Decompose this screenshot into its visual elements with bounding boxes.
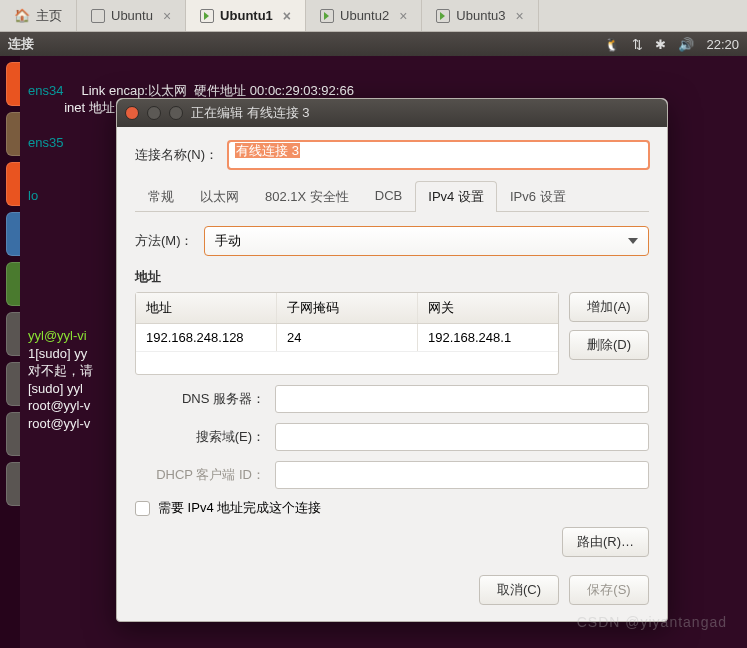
- cell-netmask[interactable]: 24: [277, 324, 418, 351]
- if-name: ens34: [28, 83, 81, 98]
- tab-ubuntu3[interactable]: Ubuntu3 ×: [422, 0, 538, 31]
- tab-8021x[interactable]: 802.1X 安全性: [252, 181, 362, 212]
- vmware-tab-bar: 🏠 主页 Ubuntu × Ubuntu1 × Ubuntu2 × Ubuntu…: [0, 0, 747, 32]
- method-value: 手动: [215, 232, 241, 250]
- routes-button[interactable]: 路由(R)…: [562, 527, 649, 557]
- method-combo[interactable]: 手动: [204, 226, 650, 256]
- term-line: 对不起，请: [28, 363, 93, 378]
- bluetooth-icon[interactable]: ✱: [655, 37, 666, 52]
- col-address[interactable]: 地址: [136, 293, 277, 323]
- tab-ipv4[interactable]: IPv4 设置: [415, 181, 497, 212]
- dhcp-client-label: DHCP 客户端 ID：: [135, 466, 265, 484]
- ubuntu-top-bar: 连接 🐧 ⇅ ✱ 🔊 22:20: [0, 32, 747, 56]
- dhcp-client-input: [275, 461, 649, 489]
- tab-ubuntu2[interactable]: Ubuntu2 ×: [306, 0, 422, 31]
- dns-label: DNS 服务器：: [135, 390, 265, 408]
- network-icon[interactable]: ⇅: [632, 37, 643, 52]
- checkbox-label: 需要 IPv4 地址完成这个连接: [158, 499, 321, 517]
- dialog-title: 正在编辑 有线连接 3: [191, 104, 309, 122]
- tab-label: 主页: [36, 7, 62, 25]
- sound-icon[interactable]: 🔊: [678, 37, 694, 52]
- tab-general[interactable]: 常规: [135, 181, 187, 212]
- tab-home[interactable]: 🏠 主页: [0, 0, 77, 31]
- add-button[interactable]: 增加(A): [569, 292, 649, 322]
- table-empty-row: [136, 352, 558, 374]
- connection-name-value: 有线连接 3: [235, 143, 300, 158]
- search-domain-label: 搜索域(E)：: [135, 428, 265, 446]
- dialog-titlebar[interactable]: 正在编辑 有线连接 3: [117, 99, 667, 127]
- tab-ethernet[interactable]: 以太网: [187, 181, 252, 212]
- name-label: 连接名称(N)：: [135, 146, 218, 164]
- watermark: CSDN @yiyantangad: [577, 614, 727, 630]
- home-icon: 🏠: [14, 8, 30, 23]
- window-min-icon[interactable]: [147, 106, 161, 120]
- if-name: ens35: [28, 135, 81, 150]
- if-name: lo: [28, 188, 67, 203]
- address-table[interactable]: 地址 子网掩码 网关 192.168.248.128 24 192.168.24…: [135, 292, 559, 375]
- tab-ipv6[interactable]: IPv6 设置: [497, 181, 579, 212]
- address-section-header: 地址: [135, 268, 649, 286]
- vm-play-icon: [320, 9, 334, 23]
- window-title: 连接: [8, 35, 34, 53]
- cell-gateway[interactable]: 192.168.248.1: [418, 324, 558, 351]
- vm-icon: [91, 9, 105, 23]
- connection-name-input[interactable]: 有线连接 3: [228, 141, 649, 169]
- tab-dcb[interactable]: DCB: [362, 181, 415, 212]
- term-line: [sudo] yyl: [28, 381, 83, 396]
- term-line: root@yyl-v: [28, 416, 90, 431]
- tab-label: Ubuntu1: [220, 8, 273, 23]
- close-icon[interactable]: ×: [516, 8, 524, 24]
- cancel-button[interactable]: 取消(C): [479, 575, 559, 605]
- term-line: Link encap:以太网 硬件地址 00:0c:29:03:92:66: [81, 83, 353, 98]
- col-gateway[interactable]: 网关: [418, 293, 558, 323]
- dns-input[interactable]: [275, 385, 649, 413]
- method-label: 方法(M)：: [135, 232, 194, 250]
- edit-connection-dialog: 正在编辑 有线连接 3 连接名称(N)： 有线连接 3 常规 以太网 802.1…: [116, 98, 668, 622]
- term-pad: [28, 100, 64, 115]
- checkbox-icon[interactable]: [135, 501, 150, 516]
- search-domain-input[interactable]: [275, 423, 649, 451]
- window-max-icon[interactable]: [169, 106, 183, 120]
- window-close-icon[interactable]: [125, 106, 139, 120]
- table-row[interactable]: 192.168.248.128 24 192.168.248.1: [136, 324, 558, 352]
- tux-icon[interactable]: 🐧: [604, 37, 620, 52]
- cell-address[interactable]: 192.168.248.128: [136, 324, 277, 351]
- tab-label: Ubuntu3: [456, 8, 505, 23]
- chevron-down-icon: [628, 238, 638, 244]
- clock[interactable]: 22:20: [706, 37, 739, 52]
- vm-play-icon: [200, 9, 214, 23]
- close-icon[interactable]: ×: [283, 8, 291, 24]
- tab-ubuntu1[interactable]: Ubuntu1 ×: [186, 0, 306, 31]
- col-netmask[interactable]: 子网掩码: [277, 293, 418, 323]
- close-icon[interactable]: ×: [163, 8, 171, 24]
- delete-button[interactable]: 删除(D): [569, 330, 649, 360]
- save-button[interactable]: 保存(S): [569, 575, 649, 605]
- table-header: 地址 子网掩码 网关: [136, 293, 558, 324]
- tab-label: Ubuntu2: [340, 8, 389, 23]
- term-line: 1[sudo] yy: [28, 346, 87, 361]
- settings-tabs: 常规 以太网 802.1X 安全性 DCB IPv4 设置 IPv6 设置: [135, 181, 649, 212]
- require-ipv4-checkbox[interactable]: 需要 IPv4 地址完成这个连接: [135, 499, 649, 517]
- tab-label: Ubuntu: [111, 8, 153, 23]
- prompt: yyl@yyl-vi: [28, 328, 87, 343]
- vm-play-icon: [436, 9, 450, 23]
- tab-ubuntu[interactable]: Ubuntu ×: [77, 0, 186, 31]
- close-icon[interactable]: ×: [399, 8, 407, 24]
